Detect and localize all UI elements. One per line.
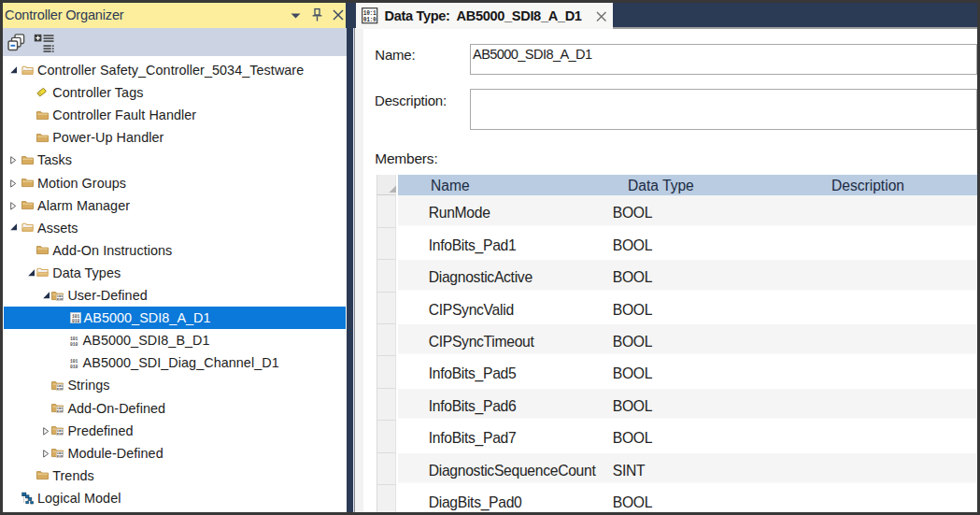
svg-text:01:0: 01:0 <box>363 16 376 23</box>
